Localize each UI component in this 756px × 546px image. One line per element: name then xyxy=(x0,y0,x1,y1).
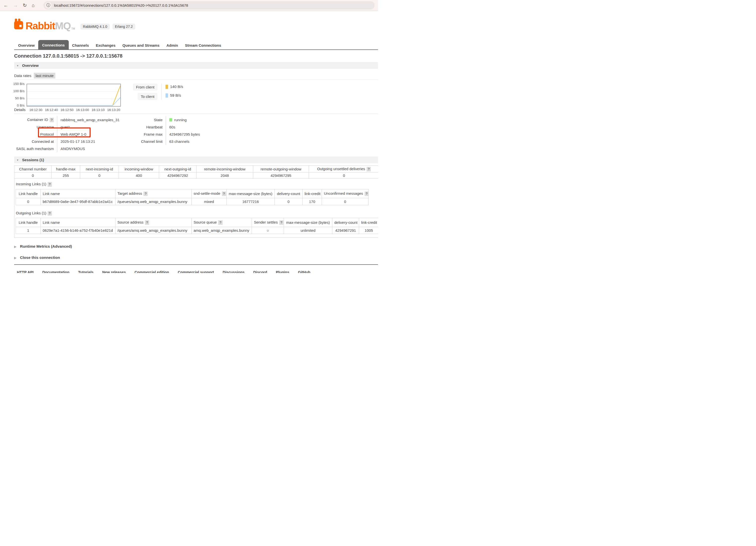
to-client-rate: 59 B/s xyxy=(166,93,183,98)
outgoing-links-header-row: Link handle Link name Source address? So… xyxy=(16,218,378,227)
reload-icon[interactable]: ↻ xyxy=(23,3,27,8)
x-tick: 16:13:10 xyxy=(92,108,105,112)
footer-link-documentation[interactable]: Documentation xyxy=(42,270,69,273)
rabbitmq-logo-icon[interactable] xyxy=(14,19,24,31)
detail-row-protocol: Protocol Web AMQP 1-0 xyxy=(14,131,134,138)
x-tick: 16:13:00 xyxy=(76,108,89,112)
help-icon[interactable]: ? xyxy=(218,220,222,225)
footer-link-new-releases[interactable]: New releases xyxy=(102,270,126,273)
tab-connections[interactable]: Connections xyxy=(38,40,69,49)
rabbitmq-version-badge: RabbitMQ 4.1.0 xyxy=(80,24,110,30)
help-icon[interactable]: ? xyxy=(145,220,149,225)
footer-links: HTTP API Documentation Tutorials New rel… xyxy=(14,267,378,273)
tab-queues-and-streams[interactable]: Queues and Streams xyxy=(119,41,163,49)
y-tick: 0 B/s xyxy=(17,104,25,107)
incoming-links-header-row: Link handle Link name Target address? sn… xyxy=(16,189,369,198)
forward-icon[interactable]: → xyxy=(13,3,18,8)
help-icon[interactable]: ? xyxy=(48,182,52,186)
state-running-indicator xyxy=(169,118,172,121)
help-icon[interactable]: ? xyxy=(143,191,148,196)
logo-tm: TM xyxy=(71,27,75,30)
sessions-table: Channel number handle-max next-incoming-… xyxy=(14,165,378,178)
help-icon[interactable]: ? xyxy=(365,191,369,196)
chart-x-axis: 16:12:30 16:12:40 16:12:50 16:13:00 16:1… xyxy=(27,108,120,112)
home-icon[interactable]: ⌂ xyxy=(32,3,34,8)
outgoing-links-title: Outgoing Links (1)? xyxy=(16,211,377,215)
overview-section-header[interactable]: ▼ Overview xyxy=(14,62,378,69)
detail-row-frame-max: Frame max 4294967295 bytes xyxy=(134,131,288,138)
runtime-metrics-section-header[interactable]: ▶ Runtime Metrics (Advanced) xyxy=(14,244,378,249)
data-rates-row: Data rates last minute xyxy=(14,73,378,80)
back-icon[interactable]: ← xyxy=(3,3,8,8)
x-tick: 16:13:20 xyxy=(107,108,120,112)
logo-wordmark[interactable]: RabbitMQ xyxy=(26,21,71,31)
footer-divider xyxy=(14,264,378,265)
data-rates-chart: 150 B/s 100 B/s 50 B/s 0 B/s 16:12:30 16… xyxy=(14,84,378,100)
data-rates-label: Data rates xyxy=(14,73,31,78)
details-section: Container ID? rabbitmq_web_amqp_examples… xyxy=(14,116,378,152)
detail-row-channel-limit: Channel limit 63 channels xyxy=(134,138,288,145)
tab-exchanges[interactable]: Exchanges xyxy=(92,41,119,49)
tab-admin[interactable]: Admin xyxy=(163,41,182,49)
time-range-chip[interactable]: last minute xyxy=(34,73,55,78)
x-tick: 16:12:50 xyxy=(61,108,74,112)
expand-triangle-icon: ▶ xyxy=(14,245,16,248)
outgoing-source-address-annotated: /queues/amq.web_amqp_examples.bunny xyxy=(115,227,192,234)
sessions-section-header[interactable]: ▼ Sessions (1) xyxy=(14,156,378,163)
incoming-links-title: Incoming Links (1)? xyxy=(16,182,377,186)
tab-overview[interactable]: Overview xyxy=(15,41,38,49)
address-bar[interactable]: ⓘ localhost:15672/#/connections/127.0.0.… xyxy=(43,1,375,9)
footer-link-commercial-support[interactable]: Commercial support xyxy=(178,270,214,273)
sessions-header-row: Channel number handle-max next-incoming-… xyxy=(14,166,378,173)
help-icon[interactable]: ? xyxy=(279,220,283,225)
from-client-toggle-button[interactable]: From client xyxy=(133,84,157,90)
x-tick: 16:12:40 xyxy=(45,108,58,112)
footer-link-http-api[interactable]: HTTP API xyxy=(17,270,34,273)
overview-section-title: Overview xyxy=(22,63,39,68)
help-icon[interactable]: ? xyxy=(367,167,371,171)
legend-divider xyxy=(161,84,162,100)
y-tick: 100 B/s xyxy=(13,89,25,93)
footer-link-plugins[interactable]: Plugins xyxy=(276,270,289,273)
page-title: Connection 127.0.0.1:58015 -> 127.0.0.1:… xyxy=(14,53,378,59)
help-icon[interactable]: ? xyxy=(222,191,226,196)
incoming-target-address-annotated: /queues/amq.web_amqp_examples.bunny xyxy=(115,198,192,205)
close-connection-section-header[interactable]: ▶ Close this connection xyxy=(14,255,378,260)
footer-link-github[interactable]: GitHub xyxy=(298,270,310,273)
from-client-swatch xyxy=(166,85,168,89)
footer-link-discord[interactable]: Discord xyxy=(253,270,267,273)
tab-stream-connections[interactable]: Stream Connections xyxy=(181,41,225,49)
collapse-triangle-icon: ▼ xyxy=(16,64,19,67)
site-info-icon[interactable]: ⓘ xyxy=(45,2,52,9)
footer-link-discussions[interactable]: Discussions xyxy=(223,270,244,273)
erlang-version-badge: Erlang 27.2 xyxy=(112,24,135,30)
detail-row-connected-at: Connected at 2025-01-17 16:13:21 xyxy=(14,138,134,145)
incoming-links-table: Link handle Link name Target address? sn… xyxy=(16,189,369,205)
url-text[interactable]: localhost:15672/#/connections/127.0.0.1%… xyxy=(54,3,188,7)
detail-row-sasl: SASL auth mechanism ANONYMOUS xyxy=(14,145,134,152)
chart-legend: From client To client 140 B/s 59 B/s xyxy=(133,84,183,100)
expand-triangle-icon: ▶ xyxy=(14,256,16,259)
footer-link-commercial-edition[interactable]: Commercial edition xyxy=(135,270,169,273)
to-client-swatch xyxy=(166,93,168,98)
chart-y-axis: 150 B/s 100 B/s 50 B/s 0 B/s xyxy=(14,84,26,107)
footer-link-tutorials[interactable]: Tutorials xyxy=(78,270,94,273)
to-client-toggle-button[interactable]: To client xyxy=(138,93,157,100)
app-header: RabbitMQ TM RabbitMQ 4.1.0 Erlang 27.2 xyxy=(14,19,378,31)
detail-row-state: State running xyxy=(134,116,288,123)
outgoing-links-table: Link handle Link name Source address? So… xyxy=(16,218,378,234)
sessions-data-row: 0 255 0 400 4294967292 2048 4294967295 0 xyxy=(14,173,378,178)
x-tick: 16:12:30 xyxy=(29,108,42,112)
chart-plot-area xyxy=(27,84,121,107)
session-links-panel: Incoming Links (1)? Link handle Link nam… xyxy=(14,178,378,238)
help-icon[interactable]: ? xyxy=(48,211,52,215)
y-tick: 150 B/s xyxy=(13,82,25,86)
logo-rabbit-text: Rabbit xyxy=(26,20,55,32)
from-client-rate: 140 B/s xyxy=(166,84,183,89)
logo-mq-text: MQ xyxy=(55,20,71,32)
tab-channels[interactable]: Channels xyxy=(69,41,93,49)
detail-row-username: Username guest xyxy=(14,123,134,131)
incoming-links-data-row: 0 b67d8689-0a6e-3e47-95df-87abb1e2a41c /… xyxy=(16,198,369,205)
help-icon[interactable]: ? xyxy=(50,118,54,122)
main-nav-tabs: Overview Connections Channels Exchanges … xyxy=(14,40,378,50)
